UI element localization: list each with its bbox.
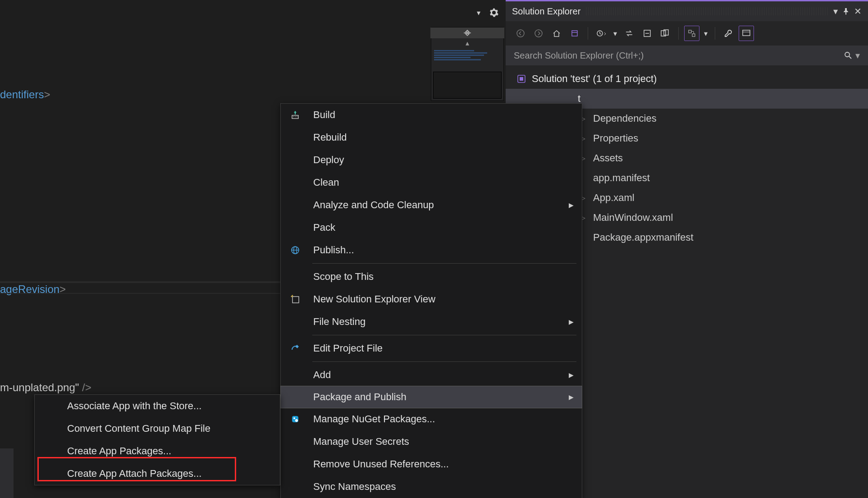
- nav-forward-icon[interactable]: [531, 26, 546, 41]
- show-all-icon[interactable]: [658, 26, 673, 41]
- search-icon[interactable]: ▾: [844, 50, 860, 61]
- preview-icon[interactable]: [739, 26, 754, 41]
- menu-item-label: Analyze and Code Cleanup: [313, 199, 434, 211]
- menu-item-analyze-and-code-cleanup[interactable]: Analyze and Code Cleanup▶: [281, 194, 582, 216]
- submenu-item-convert-content-group-map-file[interactable]: Convert Content Group Map File: [35, 417, 280, 440]
- minimap-viewport[interactable]: [433, 72, 502, 99]
- switch-views-icon[interactable]: [567, 26, 582, 41]
- code-editor-content[interactable]: dentifiers> ageRevision>: [0, 54, 66, 330]
- nav-back-icon[interactable]: [513, 26, 528, 41]
- menu-item-label: Deploy: [313, 154, 344, 166]
- menu-item-label: Rebuild: [313, 132, 347, 143]
- menu-item-label: Manage NuGet Packages...: [313, 413, 435, 425]
- menu-item-sync-namespaces[interactable]: Sync Namespaces: [281, 475, 582, 498]
- menu-item-pack[interactable]: Pack: [281, 216, 582, 239]
- menu-item-manage-nuget-packages[interactable]: Manage NuGet Packages...: [281, 408, 582, 430]
- menu-item-file-nesting[interactable]: File Nesting▶: [281, 311, 582, 333]
- menu-separator: [312, 263, 576, 264]
- menu-item-remove-unused-references[interactable]: Remove Unused References...: [281, 453, 582, 475]
- search-placeholder: Search Solution Explorer (Ctrl+;): [514, 50, 644, 61]
- svg-rect-2: [572, 31, 577, 36]
- menu-item-add[interactable]: Add▶: [281, 364, 582, 386]
- svg-rect-16: [292, 297, 299, 303]
- submenu-item-create-app-packages[interactable]: Create App Packages...: [35, 440, 280, 462]
- close-icon[interactable]: ✕: [854, 6, 862, 17]
- code-token: />: [79, 381, 91, 393]
- menu-item-label: Edit Project File: [313, 343, 383, 354]
- properties-icon[interactable]: [721, 26, 736, 41]
- tree-item-label: App.xaml: [593, 192, 635, 204]
- menu-item-label: Pack: [313, 222, 335, 233]
- svg-rect-7: [689, 30, 691, 33]
- code-token: dentifiers: [0, 88, 44, 101]
- submenu-item-associate-app-with-the-store[interactable]: Associate App with the Store...: [35, 395, 280, 417]
- tree-item-label: app.manifest: [593, 172, 650, 184]
- code-token: m-unplated.png": [0, 381, 79, 393]
- edit-icon: [289, 342, 302, 355]
- submenu-arrow-icon: ▶: [569, 318, 574, 325]
- menu-separator: [312, 335, 576, 335]
- track-active-icon[interactable]: [684, 26, 699, 41]
- home-icon[interactable]: [549, 26, 564, 41]
- solution-explorer-titlebar[interactable]: Solution Explorer ▾ ✕: [506, 1, 868, 21]
- editor-toolbar: ▾: [473, 7, 506, 18]
- settings-gear-icon[interactable]: [489, 7, 499, 18]
- menu-item-manage-user-secrets[interactable]: Manage User Secrets: [281, 430, 582, 453]
- code-minimap[interactable]: ▴: [431, 27, 504, 101]
- project-context-menu: BuildRebuildDeployCleanAnalyze and Code …: [280, 103, 582, 498]
- solution-explorer-search[interactable]: Search Solution Explorer (Ctrl+;) ▾: [506, 46, 868, 65]
- toolbar-separator: [588, 27, 588, 40]
- menu-item-deploy[interactable]: Deploy: [281, 149, 582, 171]
- solution-icon: [516, 74, 526, 84]
- menu-item-label: Convert Content Group Map File: [67, 423, 210, 434]
- tree-item-label: Assets: [593, 152, 623, 164]
- svg-point-18: [293, 417, 295, 419]
- sync-icon[interactable]: [621, 26, 637, 41]
- tree-item-label: MainWindow.xaml: [593, 212, 673, 224]
- menu-separator: [312, 361, 576, 362]
- svg-rect-8: [692, 34, 695, 37]
- minimap-collapse-icon[interactable]: ▴: [431, 39, 503, 46]
- pending-changes-filter-icon[interactable]: [594, 26, 609, 41]
- menu-item-clean[interactable]: Clean: [281, 171, 582, 194]
- svg-rect-12: [520, 77, 523, 81]
- editor-dropdown-icon[interactable]: ▾: [473, 7, 484, 18]
- menu-item-label: File Nesting: [313, 316, 365, 328]
- svg-point-19: [295, 419, 298, 422]
- menu-item-package-and-publish[interactable]: Package and Publish▶: [280, 386, 582, 408]
- svg-point-1: [535, 30, 542, 37]
- menu-item-edit-project-file[interactable]: Edit Project File: [281, 337, 582, 360]
- solution-root-label: Solution 'test' (1 of 1 project): [532, 73, 657, 85]
- collapse-icon[interactable]: [640, 26, 655, 41]
- submenu-arrow-icon: ▶: [569, 201, 574, 209]
- panel-title: Solution Explorer: [512, 6, 580, 17]
- nuget-icon: [289, 413, 302, 425]
- editor-divider: [0, 281, 280, 283]
- solution-root[interactable]: Solution 'test' (1 of 1 project): [506, 69, 868, 89]
- menu-item-new-solution-explorer-view[interactable]: New Solution Explorer View: [281, 288, 582, 311]
- minimap-split-handle-icon[interactable]: [430, 27, 504, 38]
- panel-dropdown-icon[interactable]: ▾: [833, 6, 838, 17]
- menu-item-build[interactable]: Build: [281, 104, 582, 126]
- menu-item-label: Build: [313, 109, 335, 121]
- tree-item-label: Package.appxmanifest: [593, 232, 694, 243]
- menu-item-scope-to-this[interactable]: Scope to This: [281, 265, 582, 288]
- menu-item-label: Publish...: [313, 244, 354, 256]
- menu-item-label: Create App Attach Packages...: [67, 468, 201, 480]
- menu-item-label: Scope to This: [313, 271, 374, 283]
- menu-item-label: Sync Namespaces: [313, 481, 396, 493]
- svg-point-0: [517, 30, 524, 37]
- build-icon: [289, 109, 302, 121]
- menu-item-publish[interactable]: Publish...: [281, 239, 582, 261]
- panel-grip[interactable]: [586, 7, 829, 15]
- pin-icon[interactable]: [842, 8, 850, 15]
- submenu-arrow-icon: ▶: [569, 371, 574, 379]
- dropdown-caret-icon[interactable]: ▾: [612, 26, 619, 41]
- submenu-item-create-app-attach-packages[interactable]: Create App Attach Packages...: [35, 462, 280, 485]
- toolbar-separator: [715, 27, 715, 40]
- toolbar-separator: [678, 27, 679, 40]
- menu-item-rebuild[interactable]: Rebuild: [281, 126, 582, 149]
- code-token: >: [44, 88, 50, 101]
- solution-explorer-toolbar: ▾ ▾: [506, 21, 868, 46]
- dropdown-caret-icon[interactable]: ▾: [702, 26, 709, 41]
